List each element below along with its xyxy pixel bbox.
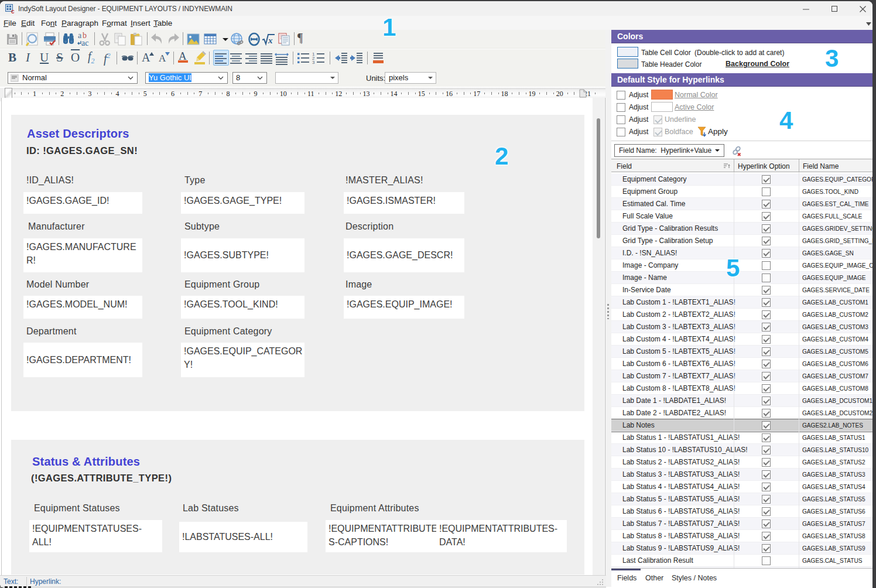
svg-text:c: c xyxy=(11,8,15,14)
svg-text:3: 3 xyxy=(312,60,315,65)
svg-text:ac: ac xyxy=(81,39,88,47)
svg-text:x: x xyxy=(268,36,273,45)
